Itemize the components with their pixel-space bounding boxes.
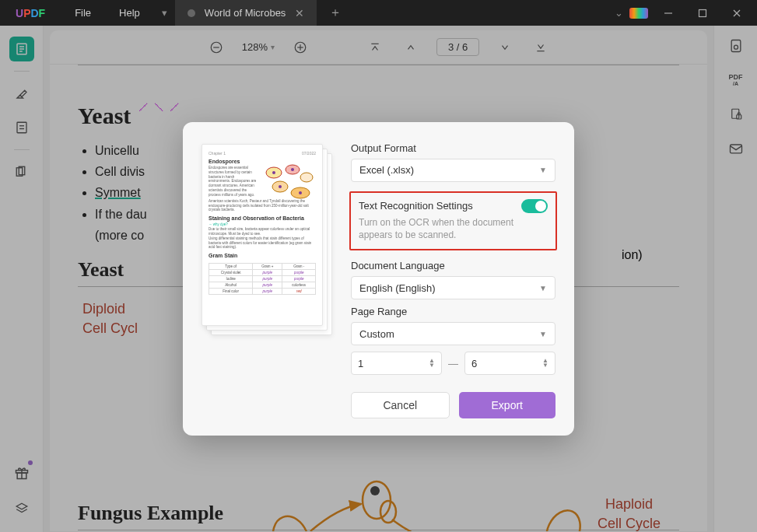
svg-point-41: [299, 191, 302, 194]
chevron-down-icon: ▼: [539, 330, 547, 338]
range-from-input[interactable]: 1 ▲▼: [351, 352, 442, 375]
app-logo: UPDF: [0, 7, 61, 19]
chevron-down-icon: ▼: [539, 284, 547, 292]
page-range-label: Page Range: [351, 306, 555, 317]
output-format-label: Output Format: [351, 142, 555, 154]
minimize-button[interactable]: [654, 0, 682, 26]
language-label: Document Language: [351, 260, 555, 271]
ocr-settings-box: Text Recognition Settings Turn on the OC…: [349, 191, 557, 250]
svg-point-38: [272, 171, 275, 174]
output-format-select[interactable]: Excel (.xlsx)▼: [351, 159, 555, 182]
ocr-title: Text Recognition Settings: [359, 200, 473, 212]
tab-title: World of Microbes: [205, 7, 286, 19]
page-range-select[interactable]: Custom▼: [351, 322, 555, 345]
svg-point-35: [300, 173, 313, 182]
range-to-input[interactable]: 6 ▲▼: [464, 352, 555, 375]
tab-dropdown-icon[interactable]: ▾: [154, 7, 175, 19]
close-window-button[interactable]: [723, 0, 751, 26]
modal-overlay: Chapter 107/2022 Endospores Endospores a…: [0, 26, 757, 532]
svg-point-40: [279, 185, 282, 188]
upgrade-icon[interactable]: [629, 8, 648, 19]
language-select[interactable]: English (English)▼: [351, 276, 555, 299]
menu-file[interactable]: File: [61, 7, 105, 19]
export-button[interactable]: Export: [459, 392, 556, 418]
new-tab-button[interactable]: ＋: [317, 5, 354, 21]
export-dialog: Chapter 107/2022 Endospores Endospores a…: [183, 122, 574, 436]
ocr-toggle[interactable]: [521, 199, 548, 213]
maximize-button[interactable]: [689, 0, 717, 26]
export-form: Output Format Excel (.xlsx)▼ Text Recogn…: [351, 141, 555, 418]
menu-help[interactable]: Help: [105, 7, 154, 19]
spinner-icon[interactable]: ▲▼: [429, 359, 435, 368]
cancel-button[interactable]: Cancel: [351, 392, 450, 418]
spinner-icon[interactable]: ▲▼: [542, 359, 548, 368]
tab-dot-icon: [187, 9, 195, 17]
chevron-down-icon: ▼: [539, 166, 547, 174]
titlebar: UPDF File Help ▾ World of Microbes ✕ ＋ ⌄: [0, 0, 757, 26]
chevron-down-icon[interactable]: ⌄: [615, 7, 623, 19]
svg-rect-1: [699, 9, 706, 16]
svg-point-39: [291, 168, 294, 171]
range-dash: —: [448, 358, 458, 369]
document-tab[interactable]: World of Microbes ✕: [175, 0, 317, 26]
ocr-description: Turn on the OCR when the document appear…: [359, 216, 548, 241]
close-tab-icon[interactable]: ✕: [295, 7, 304, 19]
workspace: 128%▾ 3 / 6 Yeast ⟋⟍⟋ Unicellu Cell divi…: [0, 26, 757, 532]
page-preview: Chapter 107/2022 Endospores Endospores a…: [202, 144, 332, 337]
